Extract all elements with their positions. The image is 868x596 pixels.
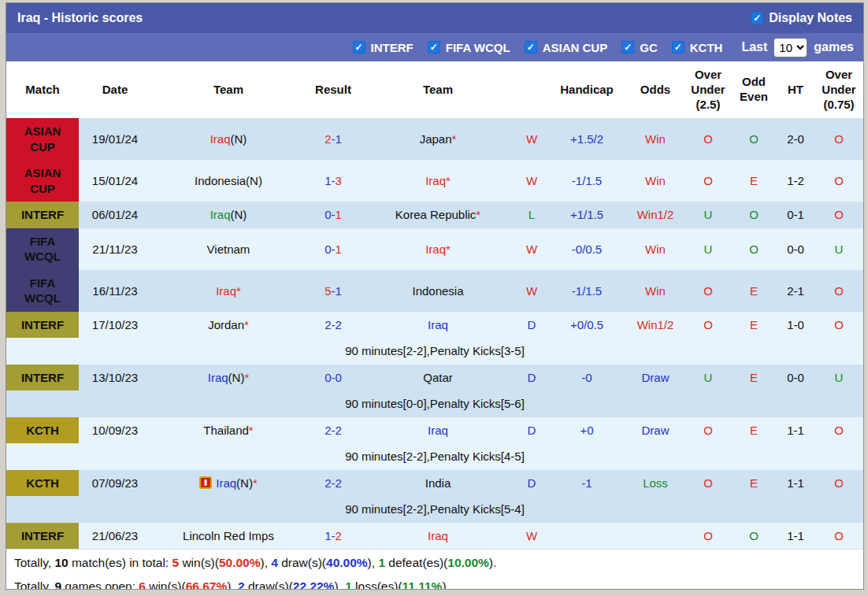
text-part: (N) [231, 132, 247, 146]
over-under-075-cell: O [814, 202, 863, 228]
date-cell: 19/01/24 [79, 118, 151, 160]
over-under-25-cell: U [685, 228, 731, 270]
over-under-075-cell: O [814, 160, 863, 202]
col-header-handicap: Handicap [548, 61, 625, 118]
text-part: ). [442, 579, 449, 590]
home-team-cell: Iraq(N) [151, 118, 306, 160]
text-part: win(s)( [146, 579, 186, 590]
competition-filter-interf[interactable]: ✓INTERF [353, 41, 414, 54]
date-cell: 21/06/23 [79, 523, 151, 550]
ht-cell: 2-1 [777, 270, 814, 312]
text-part: 2 [325, 132, 331, 146]
text-part: loss(es)( [352, 579, 402, 590]
competition-filter-gc[interactable]: ✓GC [621, 41, 658, 54]
result-cell: 1-2 [306, 523, 361, 550]
date-cell: 21/11/23 [79, 228, 151, 270]
match-row: INTERF06/01/24Iraq(N)0-1Korea Republic*L… [6, 202, 863, 228]
wld-cell: W [515, 228, 548, 270]
checkbox-icon[interactable]: ✓ [353, 41, 365, 54]
match-row: INTERF17/10/23Jordan*2-2IraqD+0/0.5Win1/… [6, 312, 863, 339]
table-header-row: Match Date Team Result Team Handicap Odd… [6, 61, 863, 118]
competition-filter-fifa-wcql[interactable]: ✓FIFA WCQL [428, 41, 510, 54]
text-part: 2-2 [325, 424, 342, 437]
over-under-075-cell: O [814, 312, 863, 339]
text-part: Jordan [208, 318, 244, 331]
display-notes-toggle[interactable]: ✓ Display Notes [751, 11, 852, 25]
match-competition-badge: FIFA WCQL [6, 270, 79, 312]
result-cell: 0-0 [306, 365, 361, 391]
wld-cell: W [515, 118, 548, 160]
match-competition-badge: INTERF [6, 202, 79, 228]
result-cell: 0-1 [306, 228, 361, 270]
text-part: Iraq [428, 424, 448, 437]
text-part: ), [334, 579, 345, 590]
odd-even-cell: E [731, 312, 777, 339]
competition-label: KCTH [690, 41, 723, 54]
checkbox-icon[interactable]: ✓ [525, 41, 537, 54]
checkbox-icon[interactable]: ✓ [621, 41, 634, 54]
odd-even-cell: O [731, 228, 777, 270]
odd-even-cell: E [731, 417, 777, 444]
historic-scores-table: Match Date Team Result Team Handicap Odd… [6, 61, 863, 549]
text-part: Iraq [425, 174, 446, 187]
ht-cell: 1-1 [777, 470, 814, 497]
text-part: -1 [332, 284, 342, 298]
handicap-cell: +1.5/2 [548, 118, 625, 160]
text-part: 1 [336, 208, 342, 221]
odds-cell: Loss [625, 470, 685, 497]
text-part: Iraq [216, 284, 236, 298]
handicap-cell: -0 [548, 365, 625, 391]
text-part: 0- [325, 242, 335, 256]
text-part: 4 [271, 556, 278, 569]
ht-cell: 2-0 [777, 118, 814, 160]
text-part: 2-2 [325, 476, 342, 490]
wld-cell: D [515, 365, 548, 391]
match-competition-badge: INTERF [6, 365, 79, 391]
handicap-cell: -1 [548, 470, 625, 497]
home-team-cell: Thailand* [151, 417, 306, 444]
note-row: 90 minutes[2-2],Penalty Kicks[5-4] [6, 496, 863, 523]
wld-cell: D [515, 417, 548, 444]
col-header-odds: Odds [625, 61, 685, 118]
text-part: * [249, 424, 254, 437]
text-part: defeat(es)( [385, 556, 447, 569]
over-under-25-cell: O [685, 270, 731, 312]
text-part: Korea Republic [395, 208, 477, 221]
match-row: INTERF21/06/23Lincoln Red Imps1-2IraqWOO… [6, 523, 863, 550]
match-row: KCTH10/09/23Thailand*2-2IraqD+0DrawOE1-1… [6, 417, 863, 444]
away-team-cell: Iraq [361, 312, 515, 339]
note-row: 90 minutes[0-0],Penalty Kicks[5-6] [6, 391, 863, 417]
odd-even-cell: O [731, 202, 777, 228]
competition-filter-kcth[interactable]: ✓KCTH [672, 41, 723, 54]
odds-cell [625, 523, 685, 550]
match-note: 90 minutes[0-0],Penalty Kicks[5-6] [6, 391, 863, 417]
col-header-match: Match [6, 61, 79, 118]
over-under-075-cell: O [814, 470, 863, 497]
date-cell: 15/01/24 [79, 160, 151, 202]
away-team-cell: India [361, 470, 515, 497]
text-part: Totally, [14, 556, 54, 569]
date-cell: 10/09/23 [79, 417, 151, 444]
handicap-cell: -0/0.5 [548, 228, 625, 270]
match-note: 90 minutes[2-2],Penalty Kicks[3-5] [6, 338, 863, 365]
handicap-cell: -1/1.5 [548, 160, 625, 202]
checkbox-icon[interactable]: ✓ [428, 41, 440, 54]
handicap-cell: -1/1.5 [548, 270, 625, 312]
text-part: 5 [325, 284, 331, 298]
competition-filter-asian-cup[interactable]: ✓ASIAN CUP [525, 41, 608, 54]
summary-line-2: Totally, 9 games open: 6 win(s)(66.67%),… [14, 575, 855, 590]
text-part: 10.00% [447, 556, 489, 569]
match-row: ASIAN CUP15/01/24Indonesia(N)1-3Iraq*W-1… [6, 160, 863, 202]
over-under-075-cell: O [814, 523, 863, 550]
checkbox-icon[interactable]: ✓ [672, 41, 684, 54]
result-cell: 2-2 [306, 312, 361, 339]
home-team-cell: Lincoln Red Imps [151, 523, 306, 550]
odds-cell: Win [625, 228, 685, 270]
checkbox-icon[interactable]: ✓ [751, 12, 763, 24]
col-header-wld [515, 61, 548, 118]
away-team-cell: Japan* [361, 118, 515, 160]
last-games-select[interactable]: 10 [773, 38, 807, 57]
text-part: 1 [345, 579, 352, 590]
text-part: 2-2 [325, 318, 342, 331]
text-part: win(s)( [179, 556, 219, 569]
